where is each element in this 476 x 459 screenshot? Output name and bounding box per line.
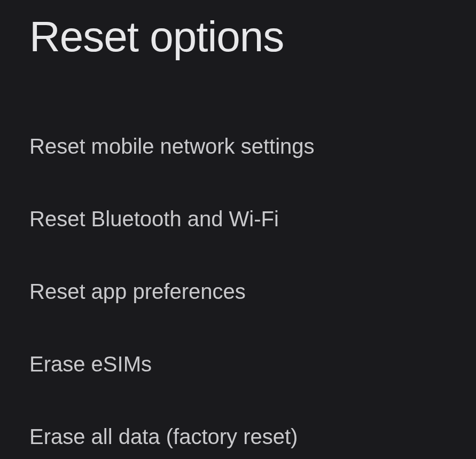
page-title: Reset options xyxy=(29,13,476,60)
menu-item-erase-esims[interactable]: Erase eSIMs xyxy=(29,328,476,400)
menu-item-reset-mobile-network[interactable]: Reset mobile network settings xyxy=(29,110,476,183)
menu-item-erase-all-data[interactable]: Erase all data (factory reset) xyxy=(29,400,476,459)
menu-item-reset-app-preferences[interactable]: Reset app preferences xyxy=(29,255,476,328)
menu-item-reset-bluetooth-wifi[interactable]: Reset Bluetooth and Wi-Fi xyxy=(29,183,476,255)
reset-options-list: Reset mobile network settings Reset Blue… xyxy=(29,110,476,459)
